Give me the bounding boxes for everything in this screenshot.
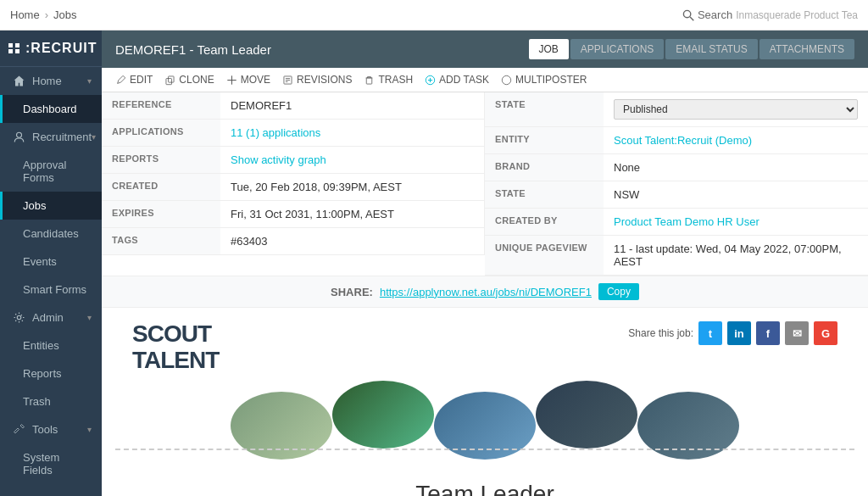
clone-icon [164,75,175,86]
page-title: DEMOREF1 - Team Leader [115,42,271,57]
tab-email-status[interactable]: EMAIL STATUS [665,39,757,59]
email-button[interactable]: ✉ [785,321,809,345]
share-social-label: Share this job: [628,327,693,339]
topbar: Home › Jobs Search Inmasquerade Product … [0,0,868,31]
revisions-icon [282,75,293,86]
chevron-icon: ▾ [87,425,92,434]
share-url[interactable]: https://applynow.net.au/jobs/ni/DEMOREF1 [380,286,592,298]
tab-job[interactable]: JOB [529,39,569,59]
recruitment-icon [13,131,25,143]
multiposter-button[interactable]: MULTIPOSTER [501,74,587,86]
info-value: DEMOREF1 [220,92,484,119]
home-icon [13,75,25,87]
sidebar-item-label: Approval Forms [23,159,92,184]
info-label: APPLICATIONS [102,120,220,146]
sidebar-item-approval-forms[interactable]: Approval Forms [0,151,102,192]
grid-icon [8,43,20,53]
twitter-button[interactable]: t [698,321,722,345]
sidebar-item-smart-forms[interactable]: Smart Forms [0,276,102,304]
info-row-brand: BRAND None [485,154,868,181]
sidebar-item-recruitment[interactable]: Recruitment ▾ [0,123,102,151]
page-header: DEMOREF1 - Team Leader JOB APPLICATIONS … [102,31,868,68]
breadcrumb: Home › Jobs [10,8,77,21]
sidebar-item-jobs[interactable]: Jobs [0,192,102,220]
sidebar-item-label: Home [32,75,62,87]
sidebar-item-entities[interactable]: Entities [0,332,102,359]
info-row-state2: STATE NSW [485,181,868,209]
share-social: Share this job: t in f ✉ G [628,321,837,345]
search-placeholder: Inmasquerade Product Tea [736,9,858,21]
sidebar-item-label: Tools [32,423,58,436]
created-by-link[interactable]: Product Team Demo HR User [614,215,760,228]
info-label: BRAND [485,154,604,181]
entity-link[interactable]: Scout Talent:Recruit (Demo) [614,134,752,147]
info-label: REFERENCE [102,92,220,119]
info-value: Fri, 31 Oct 2031, 11:00PM, AEST [220,201,484,227]
search-icon [682,9,694,21]
sidebar-item-label: Jobs [23,199,46,212]
chevron-icon: ▾ [87,76,92,86]
copy-button[interactable]: Copy [598,283,639,300]
revisions-button[interactable]: REVISIONS [282,74,352,86]
search-label: Search [698,8,732,21]
info-table: REFERENCE DEMOREF1 APPLICATIONS 11 (1) a… [102,92,868,276]
info-value: Scout Talent:Recruit (Demo) [604,127,868,153]
info-right-col: STATE Published Draft Closed ENTITY Scou… [485,92,868,276]
sidebar-item-dashboard[interactable]: Dashboard [0,95,102,123]
preview-header: SCOUT TALENT Share this job: t in f ✉ G [115,321,854,387]
info-left-col: REFERENCE DEMOREF1 APPLICATIONS 11 (1) a… [102,92,485,276]
banner-img-2 [332,381,434,449]
edit-icon [115,75,126,86]
search-bar[interactable]: Search Inmasquerade Product Tea [682,8,858,21]
reports-link[interactable]: Show activity graph [231,153,326,166]
sidebar-item-reports[interactable]: Reports [0,359,102,387]
add-task-icon [425,75,436,86]
info-value[interactable]: Published Draft Closed [604,92,868,126]
clone-button[interactable]: CLONE [164,74,214,86]
state-select[interactable]: Published Draft Closed [614,99,858,120]
tab-applications[interactable]: APPLICATIONS [570,39,664,59]
sidebar-item-system-fields[interactable]: System Fields [0,443,102,484]
tab-attachments[interactable]: ATTACHMENTS [760,39,854,59]
info-row-reports: REPORTS Show activity graph [102,147,485,174]
add-task-button[interactable]: ADD TASK [425,74,489,86]
sidebar-item-tools[interactable]: Tools ▾ [0,415,102,443]
move-icon [226,75,237,86]
move-button[interactable]: MOVE [226,74,270,86]
scout-logo: SCOUT TALENT [132,321,219,374]
sidebar-item-home[interactable]: Home ▾ [0,67,102,95]
info-value: Product Team Demo HR User [604,209,868,235]
sidebar-item-label: Trash [23,395,51,408]
banner-images [115,387,854,464]
sidebar-item-label: Dashboard [23,103,77,115]
sidebar-item-label: Entities [23,339,59,352]
sidebar-item-events[interactable]: Events [0,248,102,276]
sidebar-item-admin[interactable]: Admin ▾ [0,304,102,332]
sidebar-item-label: Candidates [23,227,79,240]
info-value: Tue, 20 Feb 2018, 09:39PM, AEST [220,174,484,200]
breadcrumb-current: Jobs [53,8,76,21]
svg-point-2 [17,132,22,137]
svg-point-14 [502,75,510,84]
info-label: TAGS [102,228,220,254]
facebook-button[interactable]: f [756,321,780,345]
info-label: UNIQUE PAGEVIEW [485,236,604,275]
svg-line-1 [690,17,693,20]
trash-button[interactable]: TRASH [364,74,413,86]
edit-button[interactable]: EDIT [115,74,153,86]
svg-point-3 [17,315,21,320]
google-button[interactable]: G [814,321,837,345]
applications-link[interactable]: 11 (1) applications [231,126,320,139]
info-row-created-by: CREATED BY Product Team Demo HR User [485,209,868,236]
sidebar-item-label: System Fields [23,451,92,476]
sidebar-item-label: Reports [23,367,62,380]
info-value: 11 - last update: Wed, 04 May 2022, 07:0… [604,236,868,275]
sidebar-item-candidates[interactable]: Candidates [0,220,102,248]
chevron-icon: ▾ [87,313,92,322]
info-value: NSW [604,181,868,208]
breadcrumb-home[interactable]: Home [10,8,40,21]
tools-icon [13,423,25,436]
job-title: Team Leader [132,481,837,496]
sidebar-item-trash[interactable]: Trash [0,387,102,415]
linkedin-button[interactable]: in [727,321,751,345]
